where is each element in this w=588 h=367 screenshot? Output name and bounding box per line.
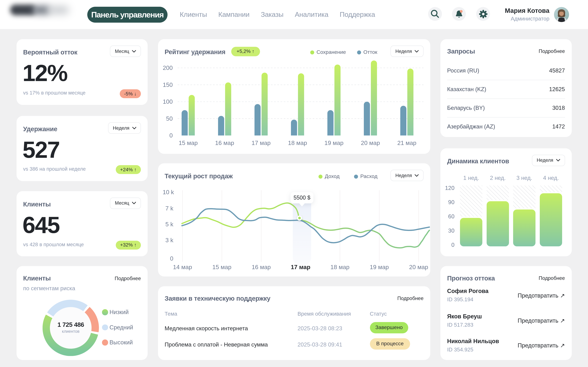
svg-text:0: 0 <box>169 132 173 139</box>
svg-text:1 нед.: 1 нед. <box>463 175 479 181</box>
svg-text:16 мар: 16 мар <box>251 264 271 270</box>
svg-text:50: 50 <box>166 115 173 122</box>
svg-text:3 нед.: 3 нед. <box>517 175 532 181</box>
svg-text:0: 0 <box>170 255 173 262</box>
svg-text:20 мар: 20 мар <box>409 264 428 270</box>
svg-text:60: 60 <box>448 213 454 219</box>
svg-text:15 мар: 15 мар <box>179 140 198 146</box>
svg-text:18 мар: 18 мар <box>330 264 349 270</box>
svg-text:15 мар: 15 мар <box>212 264 231 270</box>
svg-text:150: 150 <box>163 82 173 88</box>
svg-text:19 мар: 19 мар <box>324 140 343 146</box>
svg-text:21 мар: 21 мар <box>397 140 416 146</box>
svg-text:клиентов: клиентов <box>62 329 79 334</box>
svg-text:1 725 486: 1 725 486 <box>57 321 84 328</box>
svg-text:100: 100 <box>163 98 173 105</box>
svg-text:14 мар: 14 мар <box>173 264 192 270</box>
svg-text:10 k: 10 k <box>163 189 174 195</box>
svg-text:0: 0 <box>451 242 454 248</box>
svg-text:90: 90 <box>448 199 454 205</box>
svg-text:17 мар: 17 мар <box>251 140 270 146</box>
svg-text:20 мар: 20 мар <box>361 140 380 146</box>
svg-text:30: 30 <box>448 227 454 234</box>
svg-text:5 k: 5 k <box>165 221 173 227</box>
svg-text:7 k: 7 k <box>165 205 173 212</box>
svg-text:17 мар: 17 мар <box>291 264 310 270</box>
svg-text:19 мар: 19 мар <box>370 264 389 270</box>
svg-text:200: 200 <box>163 65 173 71</box>
svg-text:4 нед.: 4 нед. <box>543 175 559 181</box>
svg-text:2 нед.: 2 нед. <box>490 175 506 181</box>
svg-text:120: 120 <box>445 185 454 191</box>
svg-text:5500 $: 5500 $ <box>293 194 310 201</box>
svg-text:18 мар: 18 мар <box>288 140 307 146</box>
svg-text:16 мар: 16 мар <box>215 140 234 146</box>
svg-text:3 k: 3 k <box>165 237 173 243</box>
